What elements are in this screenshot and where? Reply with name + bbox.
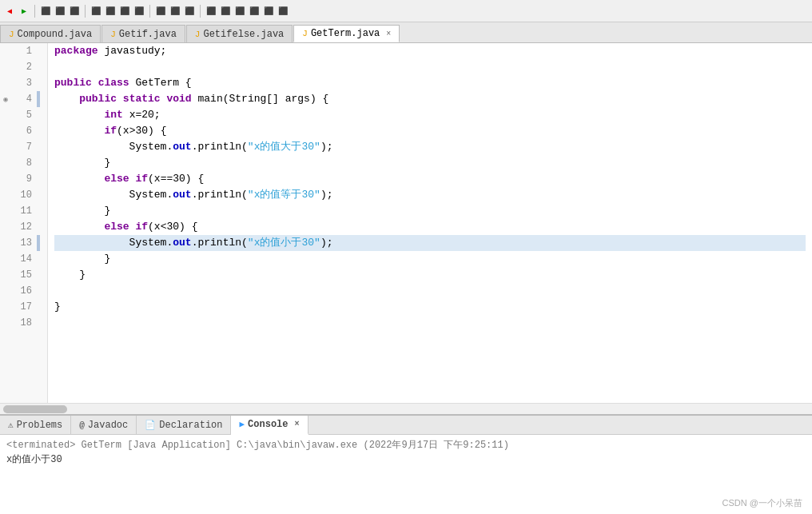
line-border-18: [37, 315, 40, 331]
toolbar-icon-11[interactable]: ⬛: [169, 5, 181, 18]
bottom-tabs: ⚠ Problems @ Javadoc 📄 Declaration ▶ Con…: [0, 416, 812, 435]
gutter-row-11: 11: [0, 203, 47, 219]
console-icon: ▶: [239, 419, 245, 429]
line-border-7: [37, 139, 40, 155]
declaration-label: Declaration: [159, 420, 222, 431]
h-scroll-bar[interactable]: [0, 403, 812, 414]
console-tab-close[interactable]: ×: [295, 420, 300, 428]
toolbar-sep-3: [149, 5, 150, 18]
toolbar-icon-13[interactable]: ⬛: [205, 5, 217, 18]
tab-getterm[interactable]: J GetTerm.java ×: [293, 25, 400, 42]
line-indicator-10: [0, 187, 11, 203]
toolbar-icon-5[interactable]: ⬛: [68, 5, 81, 18]
line-indicator-8: [0, 155, 11, 171]
code-line-18: [54, 315, 806, 331]
toolbar-sep-1: [34, 5, 35, 18]
line-num-12: 12: [11, 219, 37, 235]
gutter-row-17: 17: [0, 299, 47, 315]
gutter-row-9: 9: [0, 171, 47, 187]
tab-icon-getterm: J: [302, 29, 308, 38]
toolbar-icon-17[interactable]: ⬛: [262, 5, 275, 18]
line-indicator-3: [0, 75, 11, 91]
watermark: CSDN @一个小呆苗: [722, 497, 802, 509]
console-label: Console: [248, 419, 288, 430]
code-line-11: }: [54, 203, 806, 219]
toolbar-icon-16[interactable]: ⬛: [248, 5, 261, 18]
line-num-4: 4: [11, 91, 37, 107]
code-line-15: }: [54, 267, 806, 283]
toolbar-icon-10[interactable]: ⬛: [154, 5, 167, 18]
toolbar-icon-2[interactable]: ▶: [18, 5, 30, 18]
bottom-panel: ⚠ Problems @ Javadoc 📄 Declaration ▶ Con…: [0, 414, 812, 514]
tab-javadoc[interactable]: @ Javadoc: [71, 416, 137, 435]
gutter-row-13: 13: [0, 235, 47, 251]
code-line-6: if(x>30) {: [54, 123, 806, 139]
tab-label-getif: Getif.java: [119, 29, 177, 40]
line-indicator-14: [0, 251, 11, 267]
toolbar-icon-7[interactable]: ⬛: [104, 5, 117, 18]
console-terminated-line: <terminated> GetTerm [Java Application] …: [6, 438, 806, 452]
javadoc-icon: @: [79, 420, 85, 430]
line-indicator-1: [0, 43, 11, 59]
line-indicator-11: [0, 203, 11, 219]
tab-compound[interactable]: J Compound.java: [0, 25, 101, 42]
gutter-row-12: 12: [0, 219, 47, 235]
line-num-16: 16: [11, 283, 37, 299]
console-output-line: x的值小于30: [6, 452, 806, 467]
line-border-3: [37, 75, 40, 91]
toolbar: ◀ ▶ ⬛ ⬛ ⬛ ⬛ ⬛ ⬛ ⬛ ⬛ ⬛ ⬛ ⬛ ⬛ ⬛ ⬛ ⬛ ⬛: [0, 0, 812, 22]
toolbar-icon-9[interactable]: ⬛: [133, 5, 145, 18]
toolbar-icon-3[interactable]: ⬛: [39, 5, 52, 18]
toolbar-icon-6[interactable]: ⬛: [90, 5, 102, 18]
tab-problems[interactable]: ⚠ Problems: [0, 416, 71, 435]
toolbar-icon-15[interactable]: ⬛: [233, 5, 246, 18]
code-line-16: [54, 283, 806, 299]
tab-getifelse[interactable]: J Getifelse.java: [186, 25, 293, 42]
gutter-row-1: 1: [0, 43, 47, 59]
line-indicator-12: [0, 219, 11, 235]
code-line-4: public static void main(String[] args) {: [54, 91, 806, 107]
line-border-10: [37, 187, 40, 203]
code-line-8: }: [54, 155, 806, 171]
tab-close-getterm[interactable]: ×: [386, 30, 391, 38]
gutter-row-2: 2: [0, 59, 47, 75]
line-num-15: 15: [11, 267, 37, 283]
toolbar-icon-14[interactable]: ⬛: [219, 5, 232, 18]
toolbar-icon-12[interactable]: ⬛: [183, 5, 196, 18]
problems-label: Problems: [17, 420, 63, 431]
tab-label-getterm: GetTerm.java: [311, 28, 380, 39]
gutter-row-14: 14: [0, 251, 47, 267]
toolbar-icon-4[interactable]: ⬛: [54, 5, 66, 18]
toolbar-sep-4: [200, 5, 201, 18]
code-area[interactable]: package javastudy; public class GetTerm …: [48, 43, 812, 403]
tab-getif[interactable]: J Getif.java: [102, 25, 185, 42]
line-indicator-17: [0, 299, 11, 315]
line-num-11: 11: [11, 203, 37, 219]
line-indicator-9: [0, 171, 11, 187]
toolbar-icon-8[interactable]: ⬛: [118, 5, 131, 18]
code-line-17: }: [54, 299, 806, 315]
editor-container: 1 2 3 ◉ 4 5 6 7: [0, 43, 812, 403]
h-scroll-thumb[interactable]: [3, 405, 67, 413]
gutter-row-18: 18: [0, 315, 47, 331]
code-content: package javastudy; public class GetTerm …: [48, 43, 812, 331]
gutter-row-8: 8: [0, 155, 47, 171]
line-border-9: [37, 171, 40, 187]
line-indicator-16: [0, 283, 11, 299]
code-line-2: [54, 59, 806, 75]
line-num-17: 17: [11, 299, 37, 315]
toolbar-icon-18[interactable]: ⬛: [277, 5, 289, 18]
line-indicator-4: ◉: [0, 91, 11, 107]
line-indicator-6: [0, 123, 11, 139]
code-line-7: System.out.println("x的值大于30");: [54, 139, 806, 155]
line-indicator-15: [0, 267, 11, 283]
line-border-6: [37, 123, 40, 139]
javadoc-label: Javadoc: [88, 420, 128, 431]
code-line-9: else if(x==30) {: [54, 171, 806, 187]
tab-icon-compound: J: [9, 30, 14, 39]
toolbar-icon-1[interactable]: ◀: [3, 5, 16, 18]
line-num-1: 1: [11, 43, 37, 59]
tab-declaration[interactable]: 📄 Declaration: [137, 416, 231, 435]
tab-console[interactable]: ▶ Console ×: [231, 416, 308, 435]
line-border-16: [37, 283, 40, 299]
